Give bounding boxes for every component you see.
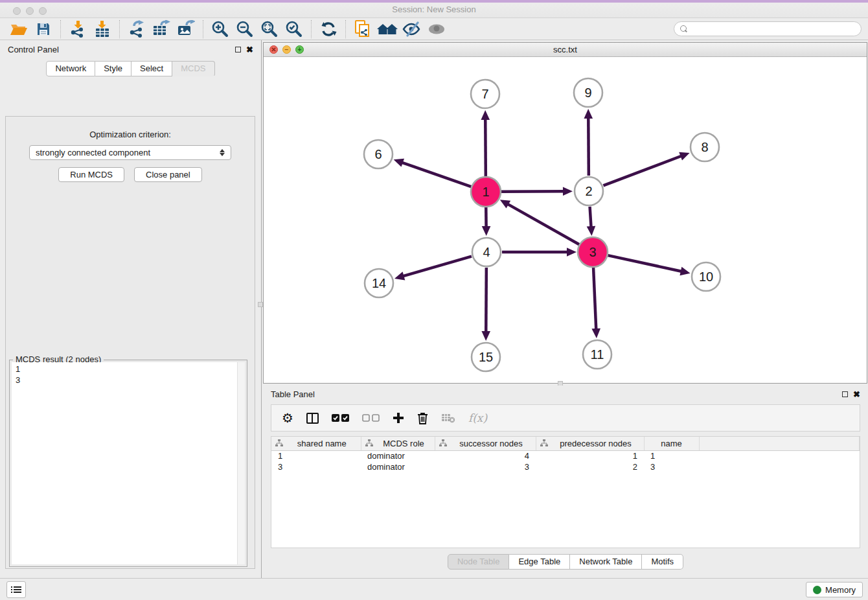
table-cell[interactable]: 3 xyxy=(644,461,699,472)
graph-node-label: 2 xyxy=(585,184,592,198)
zoom-fit-icon[interactable] xyxy=(257,19,282,40)
network-view-window: ✕ − + scc.txt 7968124314101511 xyxy=(263,42,867,384)
select-all-columns-icon[interactable] xyxy=(332,410,349,426)
graph-edge[interactable] xyxy=(590,207,591,227)
close-table-panel-icon[interactable]: ✖ xyxy=(853,391,860,397)
graph-node-label: 4 xyxy=(483,245,490,259)
graph-edge[interactable] xyxy=(501,191,564,192)
column-header[interactable]: name xyxy=(644,437,699,450)
close-panel-icon[interactable]: ✖ xyxy=(246,47,253,52)
table-cell[interactable]: 3 xyxy=(435,461,536,472)
show-panel-list-button[interactable] xyxy=(6,581,26,598)
tab-motifs[interactable]: Motifs xyxy=(642,554,683,570)
tab-select[interactable]: Select xyxy=(131,61,172,76)
table-cell[interactable]: dominator xyxy=(361,461,435,472)
column-header[interactable]: predecessor nodes xyxy=(536,437,644,450)
graph-edge[interactable] xyxy=(608,255,681,271)
table-cell[interactable]: 2 xyxy=(536,461,644,472)
status-bar: Memory xyxy=(0,578,868,600)
export-network-icon[interactable] xyxy=(124,19,149,40)
graph-edge[interactable] xyxy=(486,268,486,332)
result-scrollbar[interactable] xyxy=(237,362,245,564)
zoom-selected-icon[interactable] xyxy=(282,19,306,40)
window-accent-strip xyxy=(0,0,868,3)
table-cell[interactable]: 4 xyxy=(435,450,536,461)
table-panel: Table Panel ✖ ⚙ xyxy=(263,386,868,577)
tab-network[interactable]: Network xyxy=(46,61,95,76)
graph-node-label: 1 xyxy=(482,185,489,199)
add-column-icon[interactable] xyxy=(393,410,404,426)
import-network-icon[interactable] xyxy=(65,19,90,40)
network-canvas[interactable]: 7968124314101511 xyxy=(264,57,867,383)
graph-edge[interactable] xyxy=(588,117,589,176)
main-toolbar xyxy=(0,18,868,40)
edge-arrowhead xyxy=(481,110,490,120)
tab-network-table[interactable]: Network Table xyxy=(570,554,642,570)
tab-node-table[interactable]: Node Table xyxy=(448,554,510,570)
column-header[interactable]: successor nodes xyxy=(435,437,536,450)
tab-mcds[interactable]: MCDS xyxy=(172,61,214,76)
graph-node-label: 6 xyxy=(374,147,382,161)
graph-edge[interactable] xyxy=(593,268,596,330)
tab-style[interactable]: Style xyxy=(95,61,131,76)
search-field[interactable] xyxy=(674,21,862,36)
network-window-titlebar[interactable]: ✕ − + scc.txt xyxy=(264,43,867,57)
control-panel-title: Control Panel xyxy=(8,45,59,54)
table-cell[interactable]: 1 xyxy=(536,450,644,461)
graph-edge[interactable] xyxy=(403,257,472,277)
float-panel-icon[interactable] xyxy=(235,47,241,52)
search-input[interactable] xyxy=(691,25,855,34)
table-cell[interactable]: 1 xyxy=(644,450,699,461)
table-cell[interactable]: 3 xyxy=(271,461,361,472)
save-session-icon[interactable] xyxy=(31,19,56,40)
home-icon[interactable] xyxy=(375,19,400,40)
network-graph[interactable]: 7968124314101511 xyxy=(264,57,867,383)
toolbar-separator xyxy=(119,20,120,38)
search-icon xyxy=(680,25,687,32)
import-table-icon[interactable] xyxy=(90,19,115,40)
show-all-icon[interactable] xyxy=(424,19,449,40)
column-header[interactable]: MCDS role xyxy=(361,437,435,450)
tab-edge-table[interactable]: Edge Table xyxy=(509,554,570,570)
graph-edge[interactable] xyxy=(402,163,471,187)
run-mcds-button[interactable]: Run MCDS xyxy=(58,167,124,182)
table-row[interactable]: 3dominator323 xyxy=(271,461,860,472)
delete-column-icon[interactable] xyxy=(417,410,428,426)
graph-edge[interactable] xyxy=(507,204,579,245)
zoom-out-icon[interactable] xyxy=(233,19,257,40)
graph-node-label: 8 xyxy=(701,140,708,154)
close-panel-button[interactable]: Close panel xyxy=(134,167,202,182)
graph-node-label: 11 xyxy=(591,347,604,362)
export-table-icon[interactable] xyxy=(149,19,174,40)
optimization-criterion-select[interactable]: strongly connected component xyxy=(29,145,231,160)
float-table-panel-icon[interactable] xyxy=(842,391,848,397)
edge-arrowhead xyxy=(680,267,690,275)
zoom-in-icon[interactable] xyxy=(208,19,233,40)
hide-selected-icon[interactable] xyxy=(400,19,424,40)
open-session-icon[interactable] xyxy=(6,19,31,40)
column-header[interactable]: shared name xyxy=(271,437,361,450)
graph-edge[interactable] xyxy=(485,119,486,176)
mcds-result-list[interactable]: 1 3 xyxy=(12,362,237,564)
table-cell[interactable]: 1 xyxy=(271,450,361,461)
mcds-result-groupbox: MCDS result (2 nodes) 1 3 xyxy=(9,360,247,567)
function-builder-icon-disabled: f(x) xyxy=(468,410,487,426)
table-body: 1dominator4113dominator323 xyxy=(271,450,860,472)
graph-edge[interactable] xyxy=(603,156,681,185)
clone-network-icon[interactable] xyxy=(350,19,375,40)
table-row[interactable]: 1dominator411 xyxy=(271,450,860,461)
toolbar-separator xyxy=(345,20,346,38)
table-settings-icon[interactable]: ⚙ xyxy=(282,410,293,426)
panel-divider-grabber[interactable] xyxy=(258,302,263,307)
chevron-updown-icon xyxy=(220,149,225,156)
application-window: Session: New Session xyxy=(0,0,868,600)
refresh-icon[interactable] xyxy=(316,19,341,40)
control-panel-tabs: Network Style Select MCDS xyxy=(0,61,261,76)
edge-arrowhead xyxy=(679,152,689,161)
list-icon xyxy=(11,585,21,594)
export-image-icon[interactable] xyxy=(174,19,198,40)
deselect-all-columns-icon[interactable] xyxy=(362,410,380,426)
memory-button[interactable]: Memory xyxy=(806,582,863,597)
show-columns-icon[interactable] xyxy=(306,410,319,426)
table-cell[interactable]: dominator xyxy=(361,450,435,461)
